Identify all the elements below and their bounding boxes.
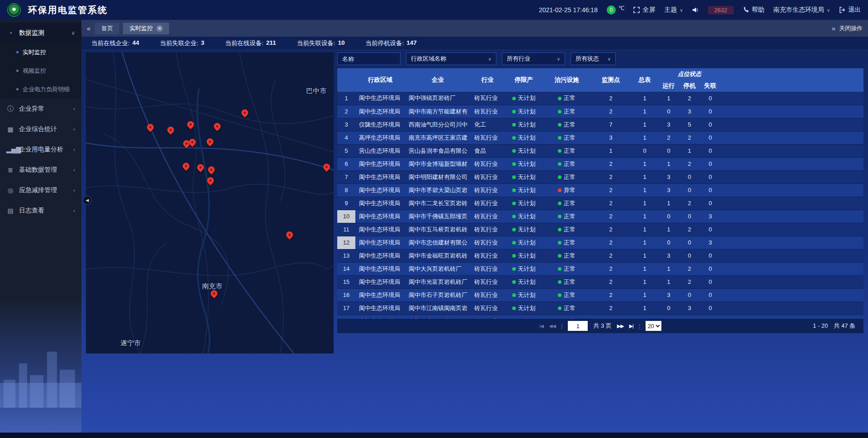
volume-icon[interactable] xyxy=(692,7,699,13)
table-row[interactable]: 10阆中生态环境局阆中市千佛镇五郎垭页砖瓦行业无计划正常21003 xyxy=(337,210,863,223)
sidebar-item-data-monitoring[interactable]: ◔数据监测∨ xyxy=(0,23,81,43)
sidebar-collapse-button[interactable]: ◀ xyxy=(83,196,92,205)
header-running: 运行 xyxy=(658,80,679,92)
tab-首页[interactable]: 首页 xyxy=(95,23,119,34)
page-number-input[interactable] xyxy=(568,321,588,331)
map-panel[interactable]: 巴中市南充市遂宁市 xyxy=(86,52,334,353)
table-row[interactable]: 6阆中生态环境局阆中市金博瑞新型墙材砖瓦行业无计划正常21120 xyxy=(337,157,863,170)
sidebar-item-base-data-management[interactable]: ≣基础数据管理‹ xyxy=(0,160,81,180)
cell-stopped: 1 xyxy=(679,144,700,157)
cell-total-meter: 1 xyxy=(631,118,658,131)
sidebar-item-power-usage-analysis[interactable]: ▂▅▇企业用电量分析‹ xyxy=(0,139,81,160)
sidebar-subitem[interactable]: 企业电力负荷明细 xyxy=(0,80,81,99)
sidebar-item-enterprise-abnormal[interactable]: ⓘ企业异常‹ xyxy=(0,99,81,119)
cell-monitor-points: 2 xyxy=(590,288,631,301)
name-filter-input[interactable] xyxy=(337,52,401,65)
industry-filter-select[interactable]: 所有行业 ∨ xyxy=(502,52,565,65)
chevron-left-icon: ‹ xyxy=(73,146,75,153)
map-pin[interactable] xyxy=(206,176,215,185)
tab-close-icon[interactable]: ✕ xyxy=(156,25,163,32)
sidebar-subitem[interactable]: 实时监控 xyxy=(0,43,81,61)
cell-total-meter: 1 xyxy=(631,210,658,223)
first-page-icon[interactable]: |◀ xyxy=(539,323,543,329)
table-row[interactable]: 5营山生态环境局营山县润丰食品有限公食品无计划正常10010 xyxy=(337,144,863,157)
cell-stop-production: 无计划 xyxy=(505,288,543,301)
cell-stop-production: 无计划 xyxy=(505,262,543,275)
map-pin[interactable] xyxy=(205,137,215,146)
logout-button[interactable]: 退出 xyxy=(839,6,861,14)
tab-实时监控[interactable]: 实时监控✕ xyxy=(123,23,169,34)
sidebar-subitem[interactable]: 视频监控 xyxy=(0,61,81,80)
tabs: 首页实时监控✕ xyxy=(95,23,169,34)
table-header: 行政区域 企业 行业 停限产 治污设施 监测点 总表 点位状态 xyxy=(337,68,863,92)
map-pin[interactable] xyxy=(166,125,175,135)
map-pin[interactable] xyxy=(181,161,191,171)
app-title: 环保用电监管系统 xyxy=(28,4,108,16)
status-dot-green xyxy=(558,215,561,218)
map-pin[interactable] xyxy=(321,162,331,172)
table-row[interactable]: 3仪陇生态环境局西南油气田分公司川中化工无计划正常71350 xyxy=(337,118,863,131)
tab-label: 首页 xyxy=(101,24,113,33)
filter-bar: 行政区域名称 ∨ 所有行业 ∨ 所有状态 ∨ xyxy=(337,52,863,65)
table-row[interactable]: 12阆中生态环境局阆中市忠信建材有限公砖瓦行业无计划正常21003 xyxy=(337,236,863,249)
page-size-select[interactable]: 20 xyxy=(646,321,661,331)
map-pin[interactable] xyxy=(240,108,250,118)
header-stop-production: 停限产 xyxy=(505,68,543,92)
cell-company: 阆中明阳建材有限公司 xyxy=(405,170,471,184)
status-dot-green xyxy=(558,267,561,271)
cell-company: 南部县建兴页岩砖厂 xyxy=(405,315,471,319)
last-page-icon[interactable]: ▶| xyxy=(629,323,633,329)
cell-industry: 砖瓦行业 xyxy=(471,170,505,184)
notification-count-badge[interactable]: 2632 xyxy=(708,6,734,14)
status-dot-green xyxy=(512,228,516,231)
table-row[interactable]: 1阆中生态环境局阆中强锐页岩砖厂砖瓦行业无计划正常21120 xyxy=(337,92,863,105)
table-row[interactable]: 13阆中生态环境局阆中市金福旺页岩机砖砖瓦行业无计划正常21300 xyxy=(337,249,863,262)
row-index-cell: 15 xyxy=(337,275,355,288)
table-row[interactable]: 14阆中生态环境局阆中大兴页岩机砖厂砖瓦行业无计划正常21120 xyxy=(337,262,863,275)
theme-menu[interactable]: 主题 ∨ xyxy=(664,6,683,14)
map-pin[interactable] xyxy=(212,122,222,131)
table-body: 1阆中生态环境局阆中强锐页岩砖厂砖瓦行业无计划正常211202阆中生态环境局阆中… xyxy=(337,92,863,319)
cell-stop-production: 无计划 xyxy=(505,249,543,262)
sidebar-item-emergency-reduction[interactable]: ◎应急减排管理‹ xyxy=(0,180,81,200)
region-filter-select[interactable]: 行政区域名称 ∨ xyxy=(406,52,496,65)
tab-bar: « 首页实时监控✕ » 关闭操作 xyxy=(81,20,868,37)
cell-industry: 砖瓦行业 xyxy=(471,105,505,118)
cell-stopped: 3 xyxy=(679,301,700,315)
close-operations-button[interactable]: 关闭操作 xyxy=(839,24,863,33)
table-row[interactable]: 17阆中生态环境局阆中市江南镇阆南页岩砖瓦行业无计划正常21030 xyxy=(337,301,863,315)
table-row[interactable]: 11阆中生态环境局阆中市五马桥页岩机砖砖瓦行业无计划正常21120 xyxy=(337,223,863,236)
prev-page-icon[interactable]: ◀◀ xyxy=(549,323,556,329)
cell-total-meter: 1 xyxy=(631,288,658,301)
map-pin[interactable] xyxy=(207,165,216,174)
status-filter-select[interactable]: 所有状态 ∨ xyxy=(571,52,616,65)
table-row[interactable]: 16阆中生态环境局阆中市石子页岩机砖厂砖瓦行业无计划正常21300 xyxy=(337,288,863,301)
header-disconnected: 失联 xyxy=(700,80,721,92)
map-pin[interactable] xyxy=(285,230,294,240)
map-pin[interactable] xyxy=(196,163,205,172)
cell-stopped: 2 xyxy=(679,157,700,170)
sidebar-item-enterprise-statistics[interactable]: ▦企业综合统计‹ xyxy=(0,119,81,139)
fullscreen-button[interactable]: 全屏 xyxy=(633,6,655,14)
table-row[interactable]: 2阆中生态环境局阆中市南方节能建材有砖瓦行业无计划正常21030 xyxy=(337,105,863,118)
help-button[interactable]: 帮助 xyxy=(743,6,764,14)
cell-pollution-facility: 正常 xyxy=(543,236,590,249)
map-city-label: 南充市 xyxy=(202,282,222,290)
cell-company: 阆中市五马桥页岩机砖 xyxy=(405,223,471,236)
tab-scroll-right-icon[interactable]: » xyxy=(832,24,835,32)
next-page-icon[interactable]: ▶▶ xyxy=(617,323,624,329)
table-row[interactable]: 7阆中生态环境局阆中明阳建材有限公司砖瓦行业无计划正常21300 xyxy=(337,170,863,184)
table-row[interactable]: 15阆中生态环境局阆中市光富页岩机砖厂砖瓦行业无计划正常21120 xyxy=(337,275,863,288)
cell-pollution-facility: 正常 xyxy=(543,223,590,236)
map-pin[interactable] xyxy=(186,120,195,129)
map-pin[interactable] xyxy=(146,122,155,132)
stat-label: 当前失联设备: xyxy=(297,39,335,47)
app-root: 环保用电监管系统 2021-02-25 17:46:18 0 ℃ 全屏 主题 ∨ xyxy=(0,0,868,438)
tab-scroll-left-icon[interactable]: « xyxy=(87,24,90,32)
table-row[interactable]: 4高坪生态环境局南充市高坪区王家店建砖瓦行业无计划正常31220 xyxy=(337,131,863,144)
table-row[interactable]: 18南部生态环境局南部县建兴页岩砖厂砖瓦行业无计划正常21000 xyxy=(337,315,863,319)
table-row[interactable]: 9阆中生态环境局阆中市二龙长宝页岩砖砖瓦行业无计划正常21120 xyxy=(337,197,863,210)
org-menu[interactable]: 南充市生态环境局 ∨ xyxy=(774,6,830,14)
table-row[interactable]: 8阆中生态环境局阆中市枣碧大梁山页岩砖瓦行业无计划异常21300 xyxy=(337,184,863,197)
sidebar-item-log-view[interactable]: ▤日志查看‹ xyxy=(0,200,81,221)
